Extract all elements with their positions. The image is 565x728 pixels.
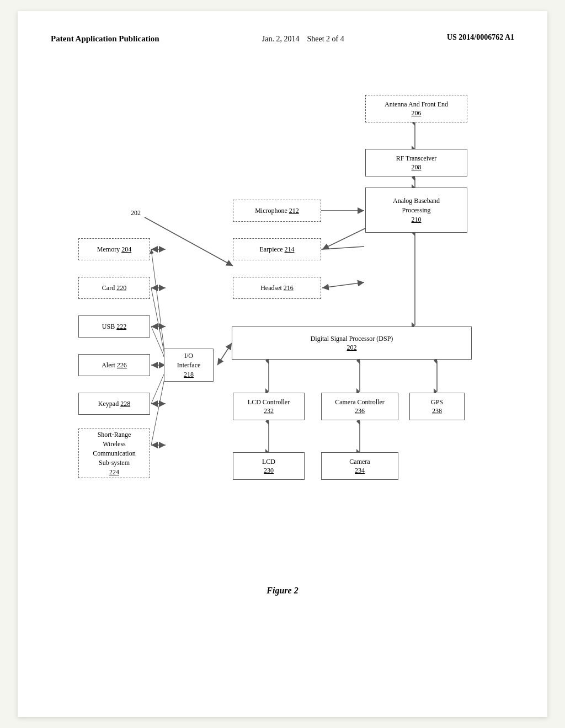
- page: Patent Application Publication Jan. 2, 2…: [18, 11, 547, 717]
- svg-line-9: [151, 249, 166, 360]
- box-dsp: Digital Signal Processor (DSP)202: [232, 326, 472, 360]
- svg-text:202: 202: [131, 209, 141, 217]
- box-rf-transceiver: RF Transceiver 208: [365, 149, 467, 176]
- svg-line-6: [322, 247, 364, 249]
- box-io-interface: I/OInterface218: [164, 349, 214, 382]
- box-headset: Headset 216: [233, 277, 321, 299]
- box-lcd-controller: LCD Controller232: [233, 393, 305, 420]
- box-alert: Alert 226: [78, 354, 150, 376]
- header-date-sheet: Jan. 2, 2014 Sheet 2 of 4: [262, 33, 344, 45]
- header: Patent Application Publication Jan. 2, 2…: [51, 33, 514, 45]
- box-card: Card 220: [78, 277, 150, 299]
- box-camera: Camera234: [321, 452, 398, 480]
- svg-line-7: [322, 282, 364, 288]
- box-srwc: Short-RangeWirelessCommunicationSub-syst…: [78, 429, 150, 478]
- header-patent-num: US 2014/0006762 A1: [447, 33, 514, 42]
- box-lcd: LCD230: [233, 452, 305, 480]
- box-antenna: Antenna And Front End 206: [365, 95, 467, 122]
- header-title: Patent Application Publication: [51, 33, 159, 45]
- box-analog-baseband: Analog BasebandProcessing210: [365, 188, 467, 233]
- box-usb: USB 222: [78, 315, 150, 338]
- box-microphone: Microphone 212: [233, 200, 321, 222]
- figure-caption: Figure 2: [51, 586, 514, 596]
- box-earpiece: Earpiece 214: [233, 238, 321, 260]
- svg-line-5: [322, 228, 365, 249]
- box-memory: Memory 204: [78, 238, 150, 260]
- svg-line-18: [151, 373, 166, 445]
- svg-line-1: [145, 217, 233, 266]
- box-gps: GPS238: [409, 393, 465, 420]
- svg-line-20: [217, 343, 232, 365]
- box-camera-controller: Camera Controller236: [321, 393, 398, 420]
- diagram-area: 202: [51, 78, 514, 575]
- box-keypad: Keypad 228: [78, 393, 150, 415]
